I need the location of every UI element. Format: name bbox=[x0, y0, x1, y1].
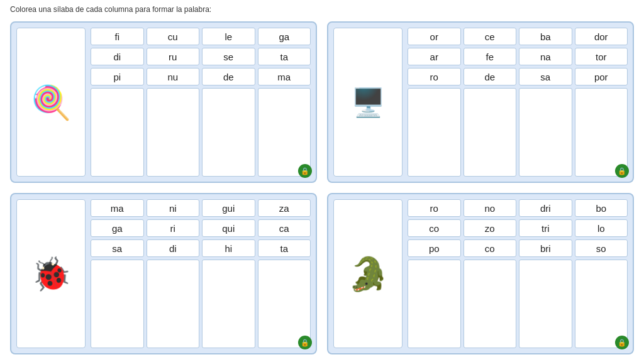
blank-cell bbox=[519, 88, 572, 177]
cell[interactable]: bo bbox=[575, 199, 628, 217]
card-computer: 🖥️ or ce ba dor ar fe na tor ro de sa po… bbox=[327, 21, 634, 183]
cell[interactable]: bri bbox=[519, 239, 572, 257]
instruction-text: Colorea una sílaba de cada columna para … bbox=[0, 0, 644, 16]
cell[interactable]: tri bbox=[519, 219, 572, 237]
cell[interactable]: ta bbox=[258, 48, 311, 65]
cell[interactable]: ar bbox=[408, 48, 461, 65]
blank-cell bbox=[147, 88, 200, 177]
cell[interactable]: ga bbox=[258, 28, 311, 45]
lock-icon-1: 🔒 bbox=[298, 164, 312, 178]
cell[interactable]: nu bbox=[147, 68, 200, 85]
cell[interactable]: gui bbox=[202, 199, 255, 217]
cell[interactable]: ru bbox=[147, 48, 200, 65]
blank-cell bbox=[202, 88, 255, 177]
cell[interactable]: ma bbox=[91, 199, 144, 217]
row-1: ro no dri bo bbox=[408, 199, 628, 217]
blank-cell bbox=[258, 260, 311, 348]
cell[interactable]: ga bbox=[91, 219, 144, 237]
cell[interactable]: de bbox=[202, 68, 255, 85]
cell[interactable]: sa bbox=[91, 239, 144, 257]
row-2: co zo tri lo bbox=[408, 219, 628, 237]
cell[interactable]: le bbox=[202, 28, 255, 45]
blank-cell bbox=[575, 88, 628, 177]
cell[interactable]: ca bbox=[258, 219, 311, 237]
image-crocodile: 🐊 bbox=[333, 199, 402, 348]
cell[interactable]: ni bbox=[147, 199, 200, 217]
card-lollipop: 🍭 fi cu le ga di ru se ta pi nu de ma bbox=[10, 21, 317, 183]
cell[interactable]: ro bbox=[408, 199, 461, 217]
blank-cell bbox=[91, 260, 144, 348]
row-3: sa di hi ta bbox=[91, 239, 311, 257]
cell[interactable]: de bbox=[464, 68, 517, 85]
main-grid: 🍭 fi cu le ga di ru se ta pi nu de ma bbox=[0, 16, 644, 359]
cell[interactable]: no bbox=[464, 199, 517, 217]
cell[interactable]: lo bbox=[575, 219, 628, 237]
cell[interactable]: na bbox=[519, 48, 572, 65]
row-1: fi cu le ga bbox=[91, 28, 311, 45]
cell[interactable]: ro bbox=[408, 68, 461, 85]
blank-cell bbox=[202, 260, 255, 348]
blank-cell bbox=[408, 88, 461, 177]
blank-cell bbox=[464, 260, 517, 348]
row-2: ar fe na tor bbox=[408, 48, 628, 65]
cell[interactable]: ta bbox=[258, 239, 311, 257]
card-ladybug: 🐞 ma ni gui za ga ri qui ca sa di hi ta bbox=[10, 193, 317, 354]
blank-cell bbox=[519, 260, 572, 348]
image-lollipop: 🍭 bbox=[16, 28, 86, 177]
blank-row bbox=[91, 88, 311, 177]
cell[interactable]: ma bbox=[258, 68, 311, 85]
blank-cell bbox=[147, 260, 200, 348]
cell[interactable]: di bbox=[91, 48, 144, 65]
lollipop-emoji: 🍭 bbox=[31, 86, 72, 119]
cell[interactable]: se bbox=[202, 48, 255, 65]
cell[interactable]: dri bbox=[519, 199, 572, 217]
row-2: ga ri qui ca bbox=[91, 219, 311, 237]
image-ladybug: 🐞 bbox=[16, 199, 86, 348]
cell[interactable]: sa bbox=[519, 68, 572, 85]
cell[interactable]: qui bbox=[202, 219, 255, 237]
syllable-grid-ladybug: ma ni gui za ga ri qui ca sa di hi ta bbox=[91, 199, 311, 348]
lock-icon-4: 🔒 bbox=[615, 336, 629, 349]
cell[interactable]: ri bbox=[147, 219, 200, 237]
syllable-grid-lollipop: fi cu le ga di ru se ta pi nu de ma bbox=[91, 28, 311, 177]
blank-cell bbox=[575, 260, 628, 348]
cell[interactable]: co bbox=[408, 219, 461, 237]
cell[interactable]: di bbox=[147, 239, 200, 257]
blank-cell bbox=[408, 260, 461, 348]
cell[interactable]: por bbox=[575, 68, 628, 85]
cell[interactable]: cu bbox=[147, 28, 200, 45]
cell[interactable]: or bbox=[408, 28, 461, 45]
lock-icon-3: 🔒 bbox=[298, 336, 312, 349]
cell[interactable]: hi bbox=[202, 239, 255, 257]
row-3: ro de sa por bbox=[408, 68, 628, 85]
blank-row bbox=[408, 260, 628, 348]
card-crocodile: 🐊 ro no dri bo co zo tri lo po co bri so bbox=[327, 193, 634, 354]
cell[interactable]: tor bbox=[575, 48, 628, 65]
syllable-grid-computer: or ce ba dor ar fe na tor ro de sa por bbox=[408, 28, 628, 177]
cell[interactable]: co bbox=[464, 239, 517, 257]
crocodile-emoji: 🐊 bbox=[348, 258, 389, 290]
computer-emoji: 🖥️ bbox=[351, 86, 386, 119]
row-1: ma ni gui za bbox=[91, 199, 311, 217]
blank-cell bbox=[258, 88, 311, 177]
cell[interactable]: fe bbox=[464, 48, 517, 65]
cell[interactable]: so bbox=[575, 239, 628, 257]
lock-icon-2: 🔒 bbox=[615, 164, 629, 178]
cell[interactable]: po bbox=[408, 239, 461, 257]
row-2: di ru se ta bbox=[91, 48, 311, 65]
ladybug-emoji: 🐞 bbox=[31, 258, 72, 290]
blank-row bbox=[91, 260, 311, 348]
blank-row bbox=[408, 88, 628, 177]
cell[interactable]: za bbox=[258, 199, 311, 217]
cell[interactable]: ce bbox=[464, 28, 517, 45]
cell[interactable]: fi bbox=[91, 28, 144, 45]
cell[interactable]: ba bbox=[519, 28, 572, 45]
cell[interactable]: zo bbox=[464, 219, 517, 237]
image-computer: 🖥️ bbox=[333, 28, 402, 177]
syllable-grid-crocodile: ro no dri bo co zo tri lo po co bri so bbox=[408, 199, 628, 348]
row-3: pi nu de ma bbox=[91, 68, 311, 85]
cell[interactable]: pi bbox=[91, 68, 144, 85]
blank-cell bbox=[464, 88, 517, 177]
row-1: or ce ba dor bbox=[408, 28, 628, 45]
cell[interactable]: dor bbox=[575, 28, 628, 45]
